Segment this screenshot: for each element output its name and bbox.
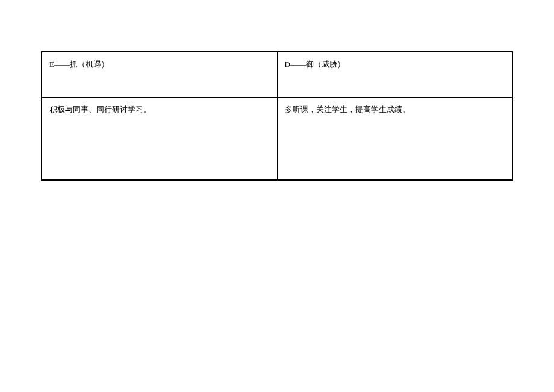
swot-table: E——抓（机遇） D——御（威胁） 积极与同事、同行研讨学习。 多听课，关注学生… [41,51,513,181]
body-cell-opportunity: 积极与同事、同行研讨学习。 [42,97,277,180]
header-cell-opportunity: E——抓（机遇） [42,52,277,97]
header-label-opportunity: E——抓（机遇） [49,60,109,69]
header-label-threat: D——御（威胁） [285,60,345,69]
table-row: E——抓（机遇） D——御（威胁） [42,52,512,97]
body-text-threat: 多听课，关注学生，提高学生成绩。 [285,105,410,114]
header-cell-threat: D——御（威胁） [277,52,512,97]
table-row: 积极与同事、同行研讨学习。 多听课，关注学生，提高学生成绩。 [42,97,512,180]
body-text-opportunity: 积极与同事、同行研讨学习。 [49,105,151,114]
body-cell-threat: 多听课，关注学生，提高学生成绩。 [277,97,512,180]
